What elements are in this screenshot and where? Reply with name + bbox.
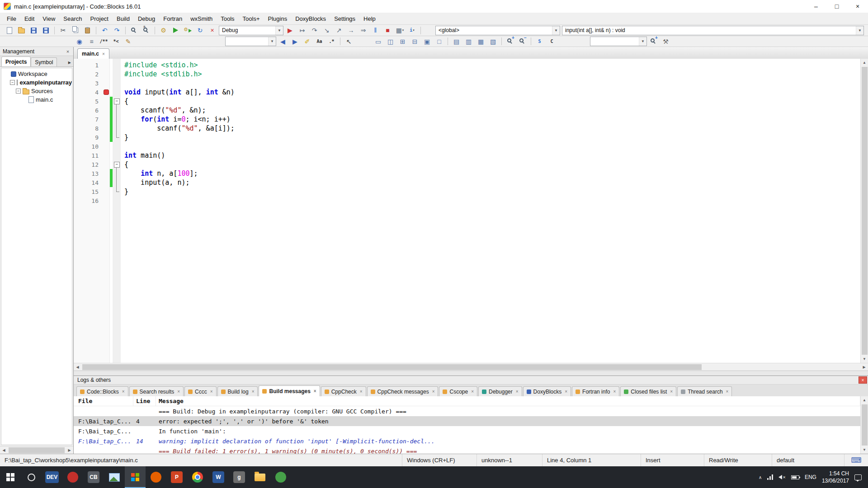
- incremental-search-icon[interactable]: [648, 37, 659, 46]
- tab-close-icon[interactable]: ×: [432, 389, 435, 394]
- zoom-out-icon[interactable]: [517, 37, 528, 46]
- expander-icon[interactable]: −: [10, 80, 15, 85]
- message-row-4[interactable]: F:\Bai_tap_C...14warning: implicit decla…: [74, 436, 860, 446]
- active-window-icon[interactable]: [125, 466, 146, 488]
- action-center-icon[interactable]: [854, 474, 862, 480]
- build-and-run-icon[interactable]: [182, 26, 193, 35]
- menu-settings[interactable]: Settings: [330, 14, 359, 24]
- breakpoint-margin[interactable]: [103, 115, 110, 124]
- scroll-down-icon[interactable]: ▼: [861, 355, 868, 363]
- debug-continue-icon[interactable]: ▶: [284, 26, 296, 35]
- line-number[interactable]: 5: [74, 97, 103, 106]
- line-number[interactable]: 4: [74, 88, 103, 97]
- line-number[interactable]: 1: [74, 61, 103, 70]
- menu-plugins[interactable]: Plugins: [264, 14, 292, 24]
- tree-item-workspace[interactable]: Workspace: [1, 70, 72, 78]
- browse-tracker-icon[interactable]: ◉: [74, 37, 85, 46]
- tab-close-icon[interactable]: ×: [565, 389, 567, 394]
- fold-open-icon[interactable]: [113, 160, 121, 169]
- border-left-icon[interactable]: ▤: [451, 37, 462, 46]
- logs-tab-debugger[interactable]: Debugger×: [478, 386, 522, 396]
- window-grid-icon[interactable]: ⊞: [397, 37, 408, 46]
- tab-close-icon[interactable]: ×: [314, 389, 316, 394]
- breakpoint-margin[interactable]: [103, 187, 110, 196]
- border-bottom-icon[interactable]: ▧: [487, 37, 499, 46]
- line-number[interactable]: 8: [74, 124, 103, 133]
- logs-tab-search-results[interactable]: Search results×: [129, 386, 184, 396]
- line-number[interactable]: 3: [74, 79, 103, 88]
- breakpoint-margin[interactable]: [103, 160, 110, 169]
- search-next-icon[interactable]: ▶: [289, 37, 301, 46]
- maximize-button[interactable]: □: [826, 0, 847, 13]
- menu-edit[interactable]: Edit: [20, 14, 38, 24]
- editor-vscrollbar[interactable]: ▲ ▼: [860, 59, 868, 363]
- scrollbar-thumb[interactable]: [82, 364, 702, 370]
- firefox-icon[interactable]: [146, 466, 166, 488]
- find-icon[interactable]: [128, 26, 140, 35]
- rebuild-icon[interactable]: ↻: [194, 26, 206, 35]
- breakpoint-margin[interactable]: [103, 79, 110, 88]
- window-frame-icon[interactable]: ▭: [373, 37, 384, 46]
- menu-tools[interactable]: Tools+: [239, 14, 264, 24]
- step-into-instruction-icon[interactable]: ⇒: [358, 26, 369, 35]
- photos-app-icon[interactable]: [104, 466, 125, 488]
- tab-close-icon[interactable]: ×: [516, 389, 519, 394]
- save-icon[interactable]: [28, 26, 39, 35]
- line-number[interactable]: 7: [74, 115, 103, 124]
- menu-file[interactable]: File: [3, 14, 20, 24]
- breakpoint-margin[interactable]: [103, 61, 110, 70]
- logs-tab-cscope[interactable]: Cscope×: [439, 386, 477, 396]
- breakpoint-margin[interactable]: [103, 133, 110, 142]
- message-row-3[interactable]: F:\Bai_tap_C...In function 'main':: [74, 426, 860, 436]
- tab-close-icon[interactable]: ×: [177, 389, 180, 394]
- window-split-icon[interactable]: ◫: [385, 37, 396, 46]
- menu-help[interactable]: Help: [359, 14, 380, 24]
- search-prev-icon[interactable]: ◀: [277, 37, 288, 46]
- expander-icon[interactable]: −: [16, 89, 21, 94]
- logs-tab-fortran-info[interactable]: Fortran info×: [572, 386, 619, 396]
- language-indicator[interactable]: ENG: [805, 474, 816, 480]
- powerpoint-icon[interactable]: P: [166, 466, 187, 488]
- cortana-button[interactable]: [21, 466, 42, 488]
- select-pointer-icon[interactable]: ↖: [343, 37, 354, 46]
- red-app-icon[interactable]: [62, 466, 83, 488]
- debugging-windows-icon[interactable]: ▦▾: [394, 26, 406, 35]
- line-number[interactable]: 11: [74, 151, 103, 160]
- taskbar-clock[interactable]: 1:54 CH 13/06/2017: [822, 470, 849, 484]
- bookmarks-icon[interactable]: ≡: [86, 37, 97, 46]
- breakpoint-margin[interactable]: [103, 124, 110, 133]
- network-icon[interactable]: [767, 474, 773, 480]
- syntax-check-icon[interactable]: C: [546, 37, 557, 46]
- step-into-icon[interactable]: ↘: [321, 26, 332, 35]
- hidden-icons-chevron-icon[interactable]: ∧: [759, 475, 762, 480]
- scroll-up-icon[interactable]: ▲: [861, 396, 868, 404]
- fold-open-icon[interactable]: [113, 97, 121, 106]
- scrollbar-thumb[interactable]: [862, 67, 868, 355]
- breakpoint-margin[interactable]: [103, 169, 110, 178]
- copy-icon[interactable]: [70, 26, 81, 35]
- breakpoint-margin[interactable]: [103, 142, 110, 151]
- new-file-icon[interactable]: [4, 26, 15, 35]
- menu-doxyblocks[interactable]: DoxyBlocks: [291, 14, 330, 24]
- menu-debug[interactable]: Debug: [134, 14, 159, 24]
- message-row-5[interactable]: === Build failed: 1 error(s), 1 warning(…: [74, 446, 860, 454]
- scroll-left-icon[interactable]: ◀: [0, 446, 8, 454]
- doxy-block-comment-icon[interactable]: /**: [98, 37, 109, 46]
- stop-debugger-icon[interactable]: ■: [382, 26, 393, 35]
- tab-close-icon[interactable]: ×: [726, 389, 729, 394]
- scroll-right-icon[interactable]: ▶: [860, 363, 868, 371]
- tab-close-icon[interactable]: ×: [613, 389, 616, 394]
- line-number[interactable]: 10: [74, 142, 103, 151]
- message-row-2[interactable]: F:\Bai_tap_C...4error: expected ';', ','…: [74, 416, 860, 426]
- management-close-icon[interactable]: ×: [64, 49, 71, 54]
- scroll-up-icon[interactable]: ▲: [861, 59, 868, 66]
- close-button[interactable]: ×: [847, 0, 868, 13]
- scroll-left-icon[interactable]: ◀: [74, 363, 81, 371]
- doxy-line-comment-icon[interactable]: *<: [110, 37, 122, 46]
- run-icon[interactable]: [170, 26, 181, 35]
- window-collapse-icon[interactable]: ⊟: [409, 37, 420, 46]
- menu-fortran[interactable]: Fortran: [159, 14, 186, 24]
- tab-close-icon[interactable]: ×: [670, 389, 673, 394]
- tools-wrench-icon[interactable]: ⚒: [660, 37, 671, 46]
- line-number[interactable]: 16: [74, 196, 103, 205]
